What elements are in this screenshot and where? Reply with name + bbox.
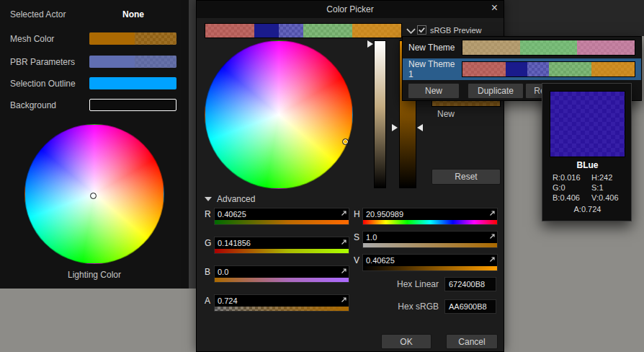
value-gradient-strip[interactable] [363, 266, 497, 270]
chevron-down-icon [406, 28, 416, 34]
tooltip-h-value: H:242 [591, 173, 612, 182]
mesh-color-row: Mesh Color [0, 32, 189, 45]
pbr-parameters-row: PBR Parameters [0, 56, 189, 69]
value-slider-marker-right-icon[interactable] [417, 124, 423, 131]
red-value[interactable]: 0.40625 [218, 209, 246, 220]
hue-value[interactable]: 20.950989 [366, 209, 403, 220]
blue-value[interactable]: 0.0 [218, 267, 228, 278]
tooltip-b-value: B:0.406 [553, 193, 591, 202]
channel-label-s: S [354, 231, 362, 244]
mesh-color-opaque-half [89, 32, 135, 45]
new-color-label: New [437, 109, 455, 119]
selection-outline-swatch[interactable] [89, 77, 176, 89]
background-label: Background [10, 100, 56, 110]
saturation-value[interactable]: 1.0 [366, 232, 377, 243]
tooltip-r-value: R:0.016 [553, 173, 591, 182]
tooltip-color-fill [550, 92, 625, 157]
green-input[interactable]: 0.141856 [214, 237, 349, 254]
tooltip-row: G:0 S:1 [553, 183, 625, 192]
hex-linear-row: Hex Linear 672400B8 [197, 277, 505, 291]
channel-label-g: G [205, 237, 213, 250]
theme-swatch[interactable] [527, 62, 549, 76]
saturation-gradient-strip[interactable] [363, 243, 497, 247]
spinbox-arrow-icon [341, 210, 347, 216]
channel-label-h: H [354, 208, 362, 221]
selected-actor-label: Selected Actor [10, 9, 66, 19]
pbr-parameters-swatch[interactable] [89, 56, 176, 68]
mesh-color-alpha-half [135, 32, 176, 45]
theme-swatch[interactable] [352, 24, 401, 38]
theme-swatch[interactable] [303, 24, 352, 38]
current-theme-strip[interactable] [205, 23, 402, 38]
theme-name: New Theme [408, 43, 462, 53]
srgb-preview-checkbox[interactable] [417, 25, 426, 35]
hex-srgb-row: Hex sRGB AA6900B8 [197, 299, 505, 314]
tooltip-row: R:0.016 H:242 [553, 173, 625, 182]
theme-swatch[interactable] [462, 62, 506, 76]
lighting-wheel-marker-icon[interactable] [90, 193, 97, 199]
theme-menu-item-new-theme[interactable]: New Theme [403, 37, 641, 58]
hex-srgb-input[interactable]: AA6900B8 [444, 299, 496, 314]
theme-swatch[interactable] [205, 24, 254, 38]
theme-swatch[interactable] [549, 62, 592, 76]
value-value[interactable]: 0.40625 [366, 255, 395, 266]
theme-swatch[interactable] [279, 24, 303, 38]
theme-swatch[interactable] [462, 40, 520, 55]
editor-background-band [504, 0, 644, 36]
srgb-preview-label[interactable]: sRGB Preview [430, 26, 482, 35]
mesh-color-label: Mesh Color [10, 34, 54, 44]
spinbox-arrow-icon [341, 239, 347, 245]
tooltip-color-swatch [550, 91, 625, 157]
red-gradient-strip[interactable] [215, 220, 349, 224]
value-input[interactable]: 0.40625 [362, 254, 498, 271]
tooltip-s-value: S:1 [591, 183, 604, 192]
reset-button[interactable]: Reset [431, 169, 501, 185]
expander-arrow-icon [205, 197, 212, 201]
close-icon[interactable]: × [491, 1, 498, 14]
color-wheel[interactable] [205, 40, 353, 189]
lighting-color-caption: Lighting Color [0, 270, 189, 280]
theme-swatch[interactable] [577, 40, 635, 55]
dialog-title: Color Picker [326, 4, 373, 14]
unreal-editor-viewport: Selected Actor None Mesh Color PBR Param… [0, 0, 644, 352]
advanced-expander[interactable]: Advanced [205, 194, 255, 204]
theme-duplicate-button[interactable]: Duplicate [468, 83, 524, 99]
cancel-button[interactable]: Cancel [446, 334, 498, 349]
green-gradient-strip[interactable] [215, 249, 349, 253]
theme-swatch[interactable] [506, 62, 527, 76]
check-icon [418, 26, 426, 34]
theme-swatch[interactable] [520, 40, 578, 55]
hue-input[interactable]: 20.950989 [362, 208, 498, 225]
theme-swatch[interactable] [591, 62, 635, 76]
background-row: Background [0, 99, 189, 112]
selected-actor-panel: Selected Actor None Mesh Color PBR Param… [0, 0, 189, 289]
theme-new-button[interactable]: New [408, 83, 460, 99]
saturation-slider[interactable] [374, 40, 386, 188]
spinbox-arrow-icon [489, 210, 496, 216]
theme-swatch[interactable] [254, 24, 279, 38]
tooltip-color-name: BLue [542, 160, 632, 170]
selected-actor-value: None [122, 9, 144, 19]
ok-button[interactable]: OK [381, 334, 431, 349]
hex-linear-input[interactable]: 672400B8 [444, 277, 496, 291]
hue-gradient-strip[interactable] [363, 220, 497, 224]
theme-colors-strip[interactable] [462, 40, 635, 56]
pbr-opaque-half [89, 56, 135, 68]
color-wheel-marker-icon[interactable] [342, 138, 349, 145]
tooltip-v-value: V:0.406 [591, 193, 619, 202]
mesh-color-swatch[interactable] [89, 32, 176, 45]
tooltip-row: B:0.406 V:0.406 [553, 193, 625, 202]
dialog-titlebar[interactable]: Color Picker × [197, 1, 504, 18]
red-input[interactable]: 0.40625 [214, 208, 349, 225]
color-info-tooltip: BLue R:0.016 H:242 G:0 S:1 B:0.406 V:0.4… [542, 83, 632, 221]
saturation-input[interactable]: 1.0 [362, 231, 498, 248]
theme-colors-strip[interactable] [462, 61, 635, 77]
saturation-slider-marker-icon[interactable] [367, 40, 373, 48]
lighting-color-wheel[interactable] [24, 124, 164, 264]
background-swatch[interactable] [89, 99, 176, 111]
green-value[interactable]: 0.141856 [218, 238, 251, 249]
channel-label-r: R [205, 208, 213, 221]
value-slider-marker-left-icon[interactable] [392, 124, 398, 131]
advanced-label: Advanced [217, 194, 255, 204]
theme-menu-item-new-theme-1[interactable]: New Theme 1 [403, 58, 641, 80]
